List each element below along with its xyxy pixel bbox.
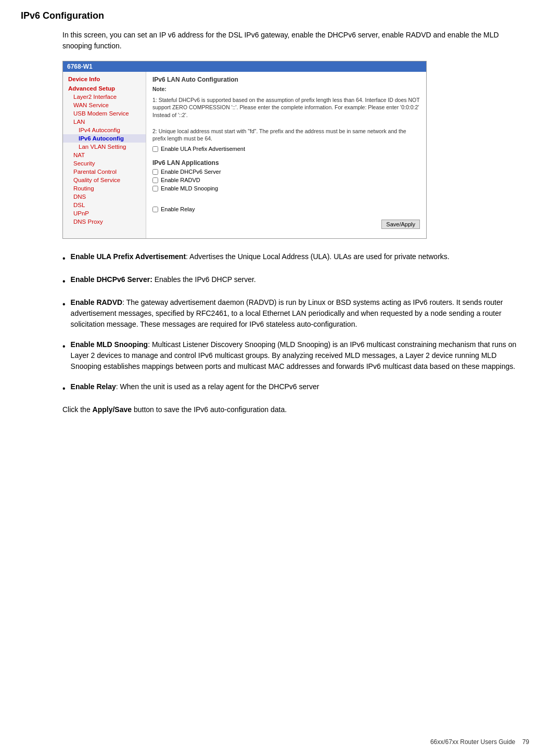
bullet-dot: • (62, 382, 66, 395)
checkbox-dhcpv6[interactable] (152, 169, 158, 175)
save-apply-button[interactable]: Save/Apply (381, 220, 420, 229)
bullet-term-mld: Enable MLD Snooping (71, 340, 148, 349)
bullet-content-radvd: Enable RADVD: The gateway advertisement … (71, 297, 529, 330)
bullet-desc-ula: Advertises the Unique Local Address (ULA… (189, 252, 450, 261)
nav-parental[interactable]: Parental Control (63, 168, 146, 176)
checkbox-mld[interactable] (152, 186, 158, 191)
nav-security[interactable]: Security (63, 159, 146, 168)
bullet-desc-relay: When the unit is used as a relay agent f… (120, 382, 319, 391)
list-item-radvd: • Enable RADVD: The gateway advertisemen… (62, 297, 529, 330)
note1-text: 1: Stateful DHCPv6 is supported based on… (152, 96, 420, 119)
bullet-term-dhcpv6: Enable DHCPv6 Server: (71, 275, 152, 284)
checkbox-mld-label: Enable MLD Snooping (161, 185, 218, 191)
click-text-paragraph: Click the Apply/Save button to save the … (62, 404, 529, 415)
checkbox-dhcpv6-row[interactable]: Enable DHCPv6 Server (152, 169, 420, 175)
router-content: IPv6 LAN Auto Configuration Note: 1: Sta… (146, 72, 426, 238)
bullet-term-ula: Enable ULA Prefix Advertisement (71, 252, 186, 261)
section2-title: IPv6 LAN Applications (152, 159, 420, 166)
click-suffix: button to save the IPv6 auto-configurati… (132, 405, 287, 414)
nav-ipv6-auto[interactable]: IPv6 Autoconfig (63, 134, 146, 143)
bullet-content-relay: Enable Relay: When the unit is used as a… (71, 381, 529, 392)
nav-dsl[interactable]: DSL (63, 201, 146, 209)
checkbox-relay-label: Enable Relay (161, 206, 195, 212)
click-prefix: Click the (62, 405, 93, 414)
bullet-dot: • (62, 340, 66, 353)
checkbox-radvd-row[interactable]: Enable RADVD (152, 177, 420, 183)
bullet-content-mld: Enable MLD Snooping: Multicast Listener … (71, 339, 529, 372)
checkbox-ula-label: Enable ULA Prefix Advertisement (161, 146, 245, 152)
router-titlebar: 6768-W1 (63, 61, 426, 72)
bullet-desc-radvd: The gateway advertisement daemon (RADVD)… (71, 298, 503, 328)
feature-list: • Enable ULA Prefix Advertisement: Adver… (62, 251, 529, 395)
bullet-dot: • (62, 252, 66, 265)
page-title: IPv6 Configuration (21, 10, 529, 21)
page-footer: 66xx/67xx Router Users Guide 79 (430, 738, 529, 746)
nav-dns[interactable]: DNS (63, 193, 146, 201)
list-item-relay: • Enable Relay: When the unit is used as… (62, 381, 529, 395)
router-nav: Device Info Advanced Setup Layer2 Interf… (63, 72, 146, 238)
bullet-sep-radvd: : (122, 298, 126, 306)
note-label: Note: (152, 85, 420, 93)
bullet-sep-mld: : (148, 340, 152, 349)
nav-usb[interactable]: USB Modem Service (63, 109, 146, 118)
checkbox-ula-row[interactable]: Enable ULA Prefix Advertisement (152, 146, 420, 152)
checkbox-relay-row[interactable]: Enable Relay (152, 206, 420, 212)
nav-lan-vlan[interactable]: Lan VLAN Setting (63, 143, 146, 151)
note2-text: 2: Unique local address must start with … (152, 127, 420, 143)
checkbox-relay[interactable] (152, 207, 158, 212)
bullet-term-relay: Enable Relay (71, 382, 116, 391)
list-item-mld: • Enable MLD Snooping: Multicast Listene… (62, 339, 529, 372)
checkbox-mld-row[interactable]: Enable MLD Snooping (152, 185, 420, 191)
bullet-dot: • (62, 275, 66, 288)
nav-ipv4-auto[interactable]: IPv4 Autoconfig (63, 126, 146, 134)
intro-paragraph: In this screen, you can set an IP v6 add… (62, 30, 529, 52)
bullet-sep-relay: : (116, 382, 120, 391)
checkbox-dhcpv6-label: Enable DHCPv6 Server (161, 169, 221, 175)
nav-nat[interactable]: NAT (63, 151, 146, 159)
bullet-content-dhcpv6: Enable DHCPv6 Server: Enables the IPv6 D… (71, 274, 529, 285)
nav-wan[interactable]: WAN Service (63, 101, 146, 109)
section1-title: IPv6 LAN Auto Configuration (152, 76, 420, 83)
checkbox-radvd-label: Enable RADVD (161, 177, 200, 183)
footer-text: 66xx/67xx Router Users Guide (430, 738, 515, 746)
nav-qos[interactable]: Quality of Service (63, 176, 146, 184)
nav-lan[interactable]: LAN (63, 118, 146, 126)
click-bold: Apply/Save (93, 405, 132, 414)
nav-upnp[interactable]: UPnP (63, 209, 146, 217)
checkbox-radvd[interactable] (152, 177, 158, 183)
note-label-text: Note: (152, 86, 167, 92)
bullet-term-radvd: Enable RADVD (71, 298, 123, 306)
list-item-dhcpv6: • Enable DHCPv6 Server: Enables the IPv6… (62, 274, 529, 288)
bullet-content-ula: Enable ULA Prefix Advertisement: Adverti… (71, 251, 529, 262)
bullet-desc-dhcpv6: Enables the IPv6 DHCP server. (155, 275, 256, 284)
router-screenshot: 6768-W1 Device Info Advanced Setup Layer… (62, 61, 427, 239)
nav-advanced-setup[interactable]: Advanced Setup (63, 83, 146, 93)
nav-routing[interactable]: Routing (63, 184, 146, 193)
checkbox-ula[interactable] (152, 146, 158, 152)
bullet-dot: • (62, 298, 66, 311)
list-item-ula: • Enable ULA Prefix Advertisement: Adver… (62, 251, 529, 265)
nav-device-info[interactable]: Device Info (63, 75, 146, 83)
footer-page: 79 (522, 738, 529, 746)
nav-layer2[interactable]: Layer2 Interface (63, 93, 146, 101)
nav-dns-proxy[interactable]: DNS Proxy (63, 217, 146, 226)
